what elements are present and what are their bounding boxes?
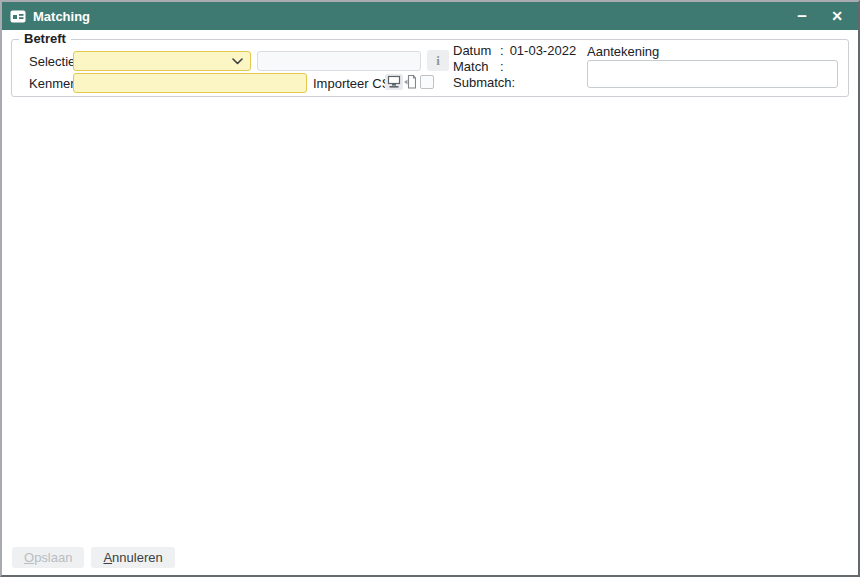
cancel-button[interactable]: Annuleren <box>91 547 174 568</box>
match-colon: : <box>500 59 504 75</box>
selectie-aux-input <box>257 51 421 71</box>
match-label: Match <box>453 59 500 75</box>
selectie-label: Selectie <box>29 54 75 69</box>
kenmerk-input[interactable] <box>73 73 307 93</box>
contact-card-icon <box>10 10 26 23</box>
selectie-dropdown[interactable] <box>73 51 251 71</box>
datum-colon: : <box>500 43 504 59</box>
datum-row: Datum : 01-03-2022 <box>453 43 576 59</box>
datum-label: Datum <box>453 43 500 59</box>
submatch-label: Submatch <box>453 75 512 91</box>
info-button[interactable]: i <box>427 50 449 71</box>
close-icon[interactable]: ✕ <box>828 2 846 30</box>
save-button-label: Opslaan <box>24 550 72 565</box>
window-title: Matching <box>33 9 90 24</box>
chevron-down-icon <box>232 58 243 65</box>
datum-value: 01-03-2022 <box>510 43 577 59</box>
minimize-icon[interactable]: – <box>793 2 811 30</box>
aantekening-textarea[interactable] <box>587 60 838 88</box>
submatch-colon: : <box>512 75 516 91</box>
betreft-legend: Betreft <box>19 31 71 46</box>
titlebar[interactable]: Matching – ✕ <box>2 2 858 30</box>
import-csv-button[interactable] <box>385 73 416 91</box>
aantekening-label: Aantekening <box>587 44 659 59</box>
cancel-button-label: Annuleren <box>103 550 162 565</box>
match-row: Match : <box>453 59 576 75</box>
import-csv-checkbox[interactable] <box>420 75 434 89</box>
computer-import-document-icon <box>385 79 416 94</box>
matching-window: Matching – ✕ Betreft Selectie i Kenmerk … <box>0 0 860 577</box>
footer: Opslaan Annuleren <box>12 547 175 568</box>
info-icon: i <box>436 53 440 69</box>
save-button: Opslaan <box>12 547 84 568</box>
betreft-group: Betreft Selectie i Kenmerk Importeer CSV <box>11 39 849 97</box>
submatch-row: Submatch : <box>453 75 576 91</box>
meta-rows: Datum : 01-03-2022 Match : Submatch : <box>453 43 576 91</box>
